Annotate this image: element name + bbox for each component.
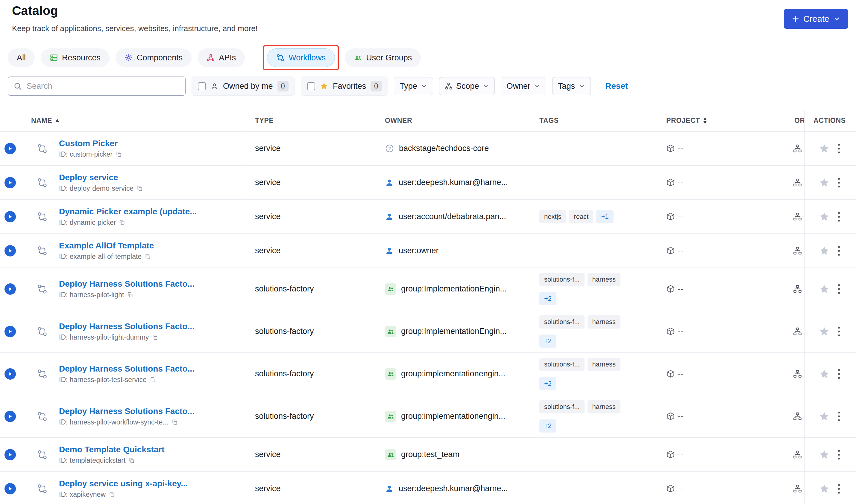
tag-more-chip[interactable]: +2 bbox=[540, 292, 557, 305]
tab-apis[interactable]: APIs bbox=[198, 49, 245, 67]
copy-icon[interactable] bbox=[129, 457, 135, 464]
owned-by-me-checkbox[interactable] bbox=[198, 82, 206, 90]
owned-by-me-filter[interactable]: Owned by me 0 bbox=[191, 76, 295, 96]
favorite-star-icon[interactable] bbox=[819, 326, 830, 337]
copy-icon[interactable] bbox=[136, 185, 143, 192]
workflow-name-link[interactable]: Custom Picker bbox=[59, 139, 122, 148]
catalog-page: Catalog Keep track of applications, serv… bbox=[0, 0, 856, 504]
favorite-star-icon[interactable] bbox=[819, 449, 830, 460]
tag-more-chip[interactable]: +2 bbox=[540, 335, 557, 348]
favorites-checkbox[interactable] bbox=[307, 82, 315, 90]
tag-more-chip[interactable]: +2 bbox=[540, 377, 557, 390]
copy-icon[interactable] bbox=[116, 151, 122, 158]
tag-chip[interactable]: harness bbox=[587, 358, 620, 371]
create-button[interactable]: Create bbox=[784, 9, 848, 29]
favorites-filter[interactable]: Favorites 0 bbox=[301, 76, 388, 96]
sort-ascending-icon[interactable] bbox=[55, 119, 59, 123]
scope-dropdown[interactable]: Scope bbox=[439, 77, 495, 95]
copy-icon[interactable] bbox=[144, 253, 151, 260]
workflow-name-link[interactable]: Example AllOf Template bbox=[59, 241, 154, 251]
run-workflow-button[interactable] bbox=[4, 245, 16, 256]
org-hierarchy-icon[interactable] bbox=[793, 484, 802, 493]
type-value: service bbox=[255, 178, 281, 187]
favorite-star-icon[interactable] bbox=[819, 284, 830, 294]
run-workflow-button[interactable] bbox=[4, 368, 16, 380]
tag-chip[interactable]: nextjs bbox=[540, 210, 566, 223]
workflow-name-link[interactable]: Demo Template Quickstart bbox=[59, 445, 165, 454]
run-workflow-button[interactable] bbox=[4, 483, 16, 494]
run-workflow-button[interactable] bbox=[4, 283, 16, 295]
org-hierarchy-icon[interactable] bbox=[793, 369, 802, 378]
tag-chip[interactable]: solutions-f... bbox=[540, 358, 584, 371]
tab-workflows[interactable]: Workflows bbox=[267, 49, 335, 67]
copy-icon[interactable] bbox=[150, 377, 156, 383]
favorite-star-icon[interactable] bbox=[819, 411, 830, 422]
actions-cell bbox=[804, 143, 856, 154]
tag-chip[interactable]: harness bbox=[587, 273, 620, 286]
tag-chip[interactable]: harness bbox=[587, 400, 620, 413]
workflow-name-link[interactable]: Deploy Harness Solutions Facto... bbox=[59, 407, 194, 416]
tab-all[interactable]: All bbox=[8, 49, 35, 67]
reset-filters-link[interactable]: Reset bbox=[605, 81, 628, 91]
owner-dropdown[interactable]: Owner bbox=[501, 77, 546, 95]
tag-chip[interactable]: solutions-f... bbox=[540, 316, 584, 328]
org-hierarchy-icon[interactable] bbox=[793, 327, 802, 336]
org-hierarchy-icon[interactable] bbox=[793, 212, 802, 221]
org-hierarchy-icon[interactable] bbox=[793, 450, 802, 459]
column-header-name[interactable]: NAME bbox=[0, 116, 246, 125]
favorite-star-icon[interactable] bbox=[819, 246, 830, 256]
tag-chip[interactable]: harness bbox=[587, 316, 620, 328]
tag-more-chip[interactable]: +2 bbox=[540, 419, 557, 433]
sort-icon[interactable] bbox=[703, 118, 707, 124]
kebab-menu-icon[interactable] bbox=[837, 483, 840, 494]
tab-user-groups[interactable]: User Groups bbox=[345, 49, 421, 67]
org-hierarchy-icon[interactable] bbox=[793, 412, 802, 421]
search-input[interactable] bbox=[8, 76, 186, 96]
favorite-star-icon[interactable] bbox=[819, 368, 830, 379]
run-workflow-button[interactable] bbox=[4, 449, 16, 460]
kebab-menu-icon[interactable] bbox=[837, 326, 840, 337]
kebab-menu-icon[interactable] bbox=[837, 284, 840, 294]
kebab-menu-icon[interactable] bbox=[837, 246, 840, 256]
kebab-menu-icon[interactable] bbox=[837, 368, 840, 379]
run-workflow-button[interactable] bbox=[4, 411, 16, 422]
column-header-project[interactable]: PROJECT bbox=[662, 116, 790, 125]
org-hierarchy-icon[interactable] bbox=[793, 284, 802, 293]
org-hierarchy-icon[interactable] bbox=[793, 246, 802, 255]
tab-components[interactable]: Components bbox=[116, 49, 191, 67]
tag-more-chip[interactable]: +1 bbox=[596, 210, 613, 223]
kebab-menu-icon[interactable] bbox=[837, 177, 840, 188]
kebab-menu-icon[interactable] bbox=[837, 449, 840, 460]
run-workflow-button[interactable] bbox=[4, 177, 16, 188]
org-hierarchy-icon[interactable] bbox=[793, 144, 802, 153]
favorite-star-icon[interactable] bbox=[819, 143, 830, 154]
copy-icon[interactable] bbox=[152, 334, 158, 341]
kebab-menu-icon[interactable] bbox=[837, 143, 840, 154]
run-workflow-button[interactable] bbox=[4, 211, 16, 222]
tags-dropdown[interactable]: Tags bbox=[552, 77, 591, 95]
workflow-name-link[interactable]: Deploy Harness Solutions Facto... bbox=[59, 322, 194, 331]
org-hierarchy-icon[interactable] bbox=[793, 178, 802, 187]
tag-chip[interactable]: react bbox=[569, 210, 593, 223]
name-block: Deploy service ID: deploy-demo-service bbox=[59, 173, 143, 193]
copy-icon[interactable] bbox=[109, 491, 115, 498]
tag-chip[interactable]: solutions-f... bbox=[540, 273, 584, 286]
run-workflow-button[interactable] bbox=[4, 326, 16, 337]
copy-icon[interactable] bbox=[171, 419, 178, 426]
workflow-name-link[interactable]: Deploy Harness Solutions Facto... bbox=[59, 279, 194, 289]
favorite-star-icon[interactable] bbox=[819, 483, 830, 494]
copy-icon[interactable] bbox=[127, 292, 133, 298]
run-workflow-button[interactable] bbox=[4, 143, 16, 154]
kebab-menu-icon[interactable] bbox=[837, 411, 840, 422]
favorite-star-icon[interactable] bbox=[819, 211, 830, 222]
workflow-name-link[interactable]: Deploy service using x-api-key... bbox=[59, 479, 188, 488]
kebab-menu-icon[interactable] bbox=[837, 211, 840, 222]
copy-icon[interactable] bbox=[119, 219, 125, 226]
favorite-star-icon[interactable] bbox=[819, 177, 830, 188]
workflow-name-link[interactable]: Deploy Harness Solutions Facto... bbox=[59, 364, 194, 374]
type-dropdown[interactable]: Type bbox=[394, 77, 433, 95]
tag-chip[interactable]: solutions-f... bbox=[540, 400, 584, 413]
workflow-name-link[interactable]: Deploy service bbox=[59, 173, 143, 182]
tab-resources[interactable]: Resources bbox=[41, 49, 109, 67]
workflow-name-link[interactable]: Dynamic Picker example (update... bbox=[59, 207, 197, 216]
